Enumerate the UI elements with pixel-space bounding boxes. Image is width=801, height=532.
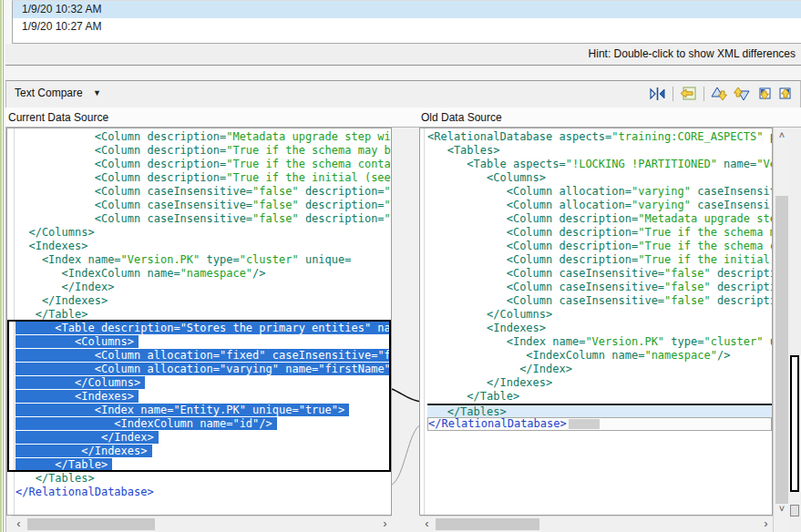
code-line: <Tables> [427,144,772,158]
code-line: <Index name="Version.PK" type="cluster" … [15,253,391,267]
code-line: </Indexes> [427,376,772,390]
pane-headers: Current Data Source Old Data Source [5,107,801,128]
code-line: <Column allocation="fixed" caseInsensiti… [15,349,391,363]
toolbar-separator [673,87,673,101]
code-line: <Columns> [15,335,391,349]
code-line: <Index name="Entity.PK" unique="true"> [15,404,391,417]
code-line: <Column description="Metadata upgrade st… [427,212,772,226]
vertical-scrollbar[interactable]: ˄ ˅ [773,128,789,532]
code-line: <Column allocation="varying" name="first… [15,363,391,376]
overview-ruler[interactable] [789,128,801,532]
caret-block [569,419,600,429]
diff-connector-lines [390,128,421,516]
code-line: <RelationalDatabase aspects="training:CO… [427,130,772,144]
code-area-right[interactable]: <RelationalDatabase aspects="training:CO… [420,130,772,431]
old-source-pane[interactable]: <RelationalDatabase aspects="training:CO… [419,128,773,516]
code-line: <Column allocation="varying" caseInsensi [427,199,772,212]
previous-difference-icon[interactable] [733,86,750,102]
code-line: <Indexes> [15,240,391,253]
code-line: </Tables> [15,472,391,486]
scroll-left-icon[interactable]: ‹ [420,517,434,532]
code-line: <IndexColumn name="id"/> [15,417,391,431]
list-item[interactable]: 1/9/20 10:32 AM [13,1,801,18]
code-line: <Column description="True if the initial… [15,171,391,185]
code-line: </RelationalDatabase> [15,486,391,499]
code-line: <Column description="True if the schema … [427,240,772,253]
horizontal-scroll-thumb[interactable] [436,518,539,530]
vertical-scroll-thumb[interactable] [775,196,788,504]
left-pane-title: Current Data Source [8,111,108,124]
code-line: </Columns> [15,376,391,390]
horizontal-scroll-thumb[interactable] [27,518,155,530]
code-line: </Index> [15,431,391,445]
scroll-right-icon[interactable]: › [759,517,773,532]
code-line: </Columns> [15,226,391,240]
copy-right-to-left-icon[interactable] [680,86,697,102]
code-line: </Table> [15,458,391,472]
code-line: <Columns> [427,171,772,185]
code-line: <Column caseInsensitive="false" descript… [427,281,772,294]
next-difference-icon[interactable] [711,86,728,102]
chevron-down-icon[interactable]: ▼ [93,88,101,97]
code-line: <IndexColumn name="namespace"/> [15,267,391,281]
code-line: </Tables> [427,404,772,417]
current-diff-marker[interactable] [790,355,799,492]
code-line: <Column description="True if the initial… [427,253,772,267]
code-line: <Column caseInsensitive="false" descript… [427,294,772,308]
list-item[interactable]: 1/9/20 10:27 AM [13,18,801,36]
code-line: <Column description="True if the schema … [15,144,391,158]
code-line: </Index> [15,281,391,294]
code-line: </Indexes> [15,294,391,308]
pane-gutter [7,128,15,515]
code-line: </Table> [427,390,772,404]
compare-mode-dropdown[interactable]: Text Compare [15,87,83,99]
code-area-left[interactable]: <Column description="Metadata upgrade st… [7,130,391,499]
scroll-right-icon[interactable]: › [378,517,392,532]
code-line: <Column caseInsensitive="false" descript… [427,267,772,281]
scroll-left-icon[interactable]: ‹ [12,517,26,532]
previous-change-icon[interactable] [776,86,794,102]
toolbar-separator [703,87,704,101]
scroll-down-icon[interactable]: ˅ [774,501,790,517]
spacer [5,66,801,80]
code-line: <Column description="True if the schema … [15,158,391,171]
window-edge [0,0,4,532]
code-line: <Column allocation="varying" caseInsensi… [427,185,772,199]
code-line: <IndexColumn name="namespace"/> [427,349,772,363]
code-line: </Table> [15,308,391,322]
code-line: <Column description="True if the schema … [427,226,772,240]
history-list: 1/9/20 10:32 AM 1/9/20 10:27 AM [12,0,801,44]
code-line: <Table description="Stores the primary e… [15,322,391,335]
code-line: </RelationalDatabase> [427,417,772,431]
code-line: <Column caseInsensitive="false" descript… [15,199,391,212]
current-source-pane[interactable]: <Column description="Metadata upgrade st… [6,128,392,516]
code-line: <Indexes> [427,322,772,335]
next-change-icon[interactable] [755,86,772,102]
right-pane-title: Old Data Source [421,111,502,124]
code-line: <Column description="Metadata upgrade st… [15,130,391,144]
horizontal-scrollbar-left[interactable]: ‹ › [12,516,392,532]
code-line: <Column caseInsensitive="false" descript… [15,212,391,226]
hint-bar: Hint: Double-click to show XML differenc… [5,44,801,66]
diff-marker[interactable] [790,505,799,517]
swap-left-right-icon[interactable] [649,86,666,102]
code-line: </Columns> [427,308,772,322]
code-line: <Column caseInsensitive="false" descript… [15,185,391,199]
code-line: <Table aspects="!LOCKING !PARTITIONED" n… [427,158,772,171]
code-line: <Indexes> [15,390,391,404]
code-line: </Index> [427,363,772,376]
hint-text: Hint: Double-click to show XML differenc… [589,47,796,60]
pane-gutter [420,128,425,515]
code-line: </Indexes> [15,445,391,458]
code-line: <Index name="Version.PK" type="cluster" … [427,335,772,349]
scroll-up-icon[interactable]: ˄ [774,128,790,143]
compare-toolbar: Text Compare ▼ [5,80,801,107]
horizontal-scrollbar-right[interactable]: ‹ › [420,516,773,532]
